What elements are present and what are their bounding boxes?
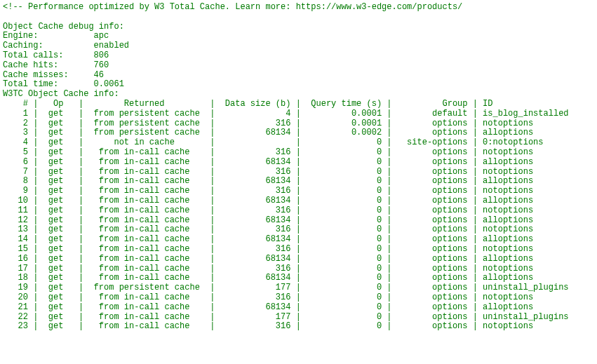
debug-output: <!-- Performance optimized by W3 Total C…	[0, 0, 597, 343]
